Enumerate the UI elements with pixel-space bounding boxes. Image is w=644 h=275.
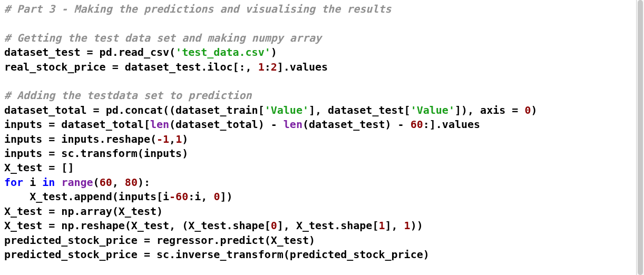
code-token: real_stock_price = dataset_test.iloc[:, [4,61,258,73]
code-line[interactable]: # Adding the testdata set to prediction [4,89,640,103]
code-token: )) [411,219,423,232]
code-token: inputs = dataset_total[ [4,118,150,131]
vertical-scrollbar[interactable] [636,0,644,275]
code-token: ].values [277,61,328,73]
code-token: , [112,176,125,189]
code-token: 'Value' [265,104,309,116]
code-token: -60 [169,190,188,203]
code-token: ) [271,46,277,58]
code-token: dataset_total = pd.concat((dataset_train… [4,104,265,116]
code-token: 0 [213,190,220,203]
code-token: 60 [411,118,423,131]
code-token: :].values [423,118,480,131]
code-line[interactable]: # Getting the test data set and making n… [4,31,640,45]
code-token: dataset_test = pd.read_csv( [4,46,175,58]
code-token: predicted_stock_price = regressor.predic… [4,234,315,247]
code-token: ) [531,104,537,116]
code-line[interactable]: X_test.append(inputs[i-60:i, 0]) [4,190,640,204]
code-line[interactable]: # Part 3 - Making the predictions and vi… [4,2,640,16]
code-token: , [169,133,175,145]
code-line[interactable]: dataset_total = pd.concat((dataset_train… [4,103,640,117]
code-token: for [4,176,23,189]
code-token: X_test = [] [4,161,74,174]
code-token: 0 [524,104,531,116]
code-token: (dataset_total) - [169,118,284,131]
code-token: i [23,176,42,189]
code-line[interactable]: dataset_test = pd.read_csv('test_data.cs… [4,45,640,60]
code-line[interactable]: predicted_stock_price = regressor.predic… [4,233,640,248]
code-token: X_test = np.reshape(X_test, (X_test.shap… [4,219,271,232]
code-token: :i, [188,190,213,203]
code-cell[interactable]: # Part 3 - Making the predictions and vi… [0,0,644,275]
code-token: 1 [258,61,265,73]
code-token: ], dataset_test[ [309,104,411,116]
code-token: ) [182,133,188,145]
code-line[interactable]: inputs = sc.transform(inputs) [4,146,640,161]
code-token: predicted_stock_price = sc.inverse_trans… [4,248,430,261]
code-line[interactable]: real_stock_price = dataset_test.iloc[:, … [4,60,640,74]
code-token: : [265,61,271,73]
code-token: (dataset_test) - [303,118,411,131]
code-token: inputs = inputs.reshape( [4,133,157,145]
code-line[interactable]: X_test = np.reshape(X_test, (X_test.shap… [4,219,640,233]
code-token: ], X_test.shape[ [277,219,379,232]
code-line[interactable]: inputs = inputs.reshape(-1,1) [4,132,640,146]
code-token: in [42,176,55,189]
code-line[interactable] [4,74,640,89]
code-line[interactable] [4,16,640,31]
code-token: 'Value' [411,104,455,116]
code-token: ]), axis = [455,104,524,116]
code-token: 'test_data.csv' [175,46,271,58]
code-token: X_test.append(inputs[i [4,190,169,203]
code-line[interactable]: X_test = np.array(X_test) [4,204,640,219]
code-token: ( [93,176,100,189]
code-token: ]) [220,190,232,203]
code-token: 1 [404,219,411,232]
code-token: 1 [175,133,182,145]
code-token [55,176,61,189]
code-token: 2 [271,61,277,73]
code-token: X_test = np.array(X_test) [4,205,163,218]
code-token: 80 [125,176,138,189]
code-line[interactable]: predicted_stock_price = sc.inverse_trans… [4,248,640,262]
code-line[interactable]: inputs = dataset_total[len(dataset_total… [4,117,640,132]
comment-text: # Adding the testdata set to prediction [4,89,252,102]
code-line[interactable]: X_test = [] [4,161,640,175]
code-token: ): [138,176,150,189]
comment-text: # Getting the test data set and making n… [4,32,321,44]
code-token: len [150,118,169,131]
scrollbar-thumb[interactable] [638,0,643,275]
code-token: len [284,118,303,131]
code-token: ], [385,219,404,232]
code-token: 60 [100,176,112,189]
code-line[interactable]: for i in range(60, 80): [4,175,640,190]
code-token: inputs = sc.transform(inputs) [4,147,188,160]
code-token: range [61,176,93,189]
code-editor[interactable]: # Part 3 - Making the predictions and vi… [0,0,644,264]
comment-text: # Part 3 - Making the predictions and vi… [4,3,392,15]
code-token: 0 [271,219,277,232]
code-token: -1 [157,133,169,145]
code-token: 1 [378,219,385,232]
